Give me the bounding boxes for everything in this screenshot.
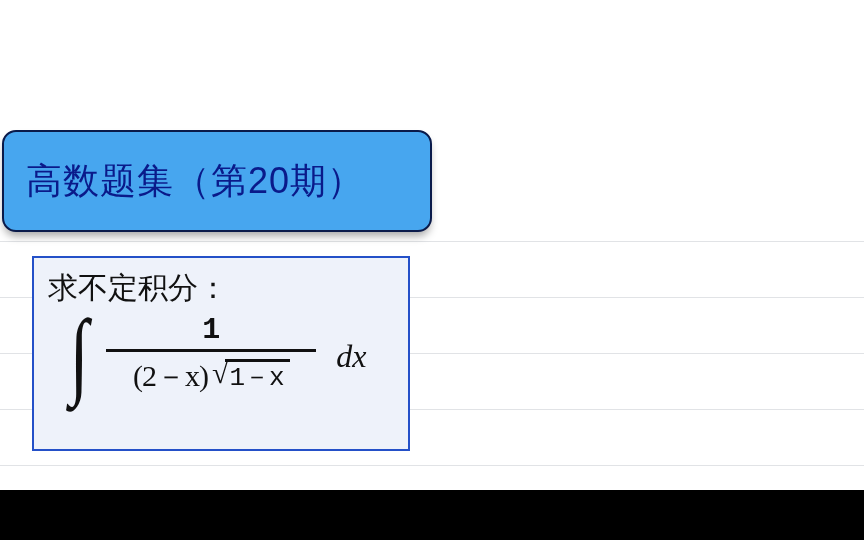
letterbox-bar <box>0 490 864 540</box>
denominator-paren-group: (2－x) <box>133 356 208 397</box>
ruled-line <box>0 241 864 242</box>
radical-sign: √ <box>212 358 227 388</box>
page: 高数题集（第20期） 求不定积分： ∫ 1 (2－x) √ 1－x dx <box>0 0 864 490</box>
ruled-line <box>0 465 864 466</box>
problem-prompt: 求不定积分： <box>48 268 394 309</box>
fraction: 1 (2－x) √ 1－x <box>106 315 316 397</box>
fraction-bar <box>106 349 316 352</box>
differential-dx: dx <box>336 338 366 375</box>
fraction-numerator: 1 <box>194 315 228 345</box>
fraction-denominator: (2－x) √ 1－x <box>133 356 290 397</box>
title-text: 高数题集（第20期） <box>26 157 364 206</box>
problem-box: 求不定积分： ∫ 1 (2－x) √ 1－x dx <box>32 256 410 451</box>
title-box: 高数题集（第20期） <box>2 130 432 232</box>
radicand: 1－x <box>225 359 289 395</box>
integral-sign: ∫ <box>70 316 89 393</box>
square-root: √ 1－x <box>212 359 290 395</box>
integral-expression: ∫ 1 (2－x) √ 1－x dx <box>66 315 394 397</box>
